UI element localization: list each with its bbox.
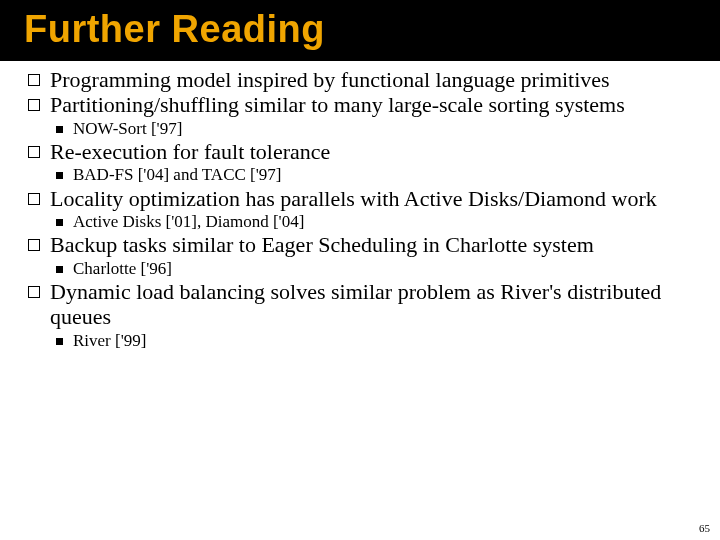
page-number: 65: [699, 522, 710, 534]
square-bullet-icon: [56, 219, 63, 226]
sub-item: Active Disks ['01], Diamond ['04]: [56, 212, 692, 232]
bullet-text: Re-execution for fault tolerance: [50, 139, 330, 164]
bullet-item: Partitioning/shuffling similar to many l…: [28, 92, 692, 117]
sub-item: BAD-FS ['04] and TACC ['97]: [56, 165, 692, 185]
bullet-text: Programming model inspired by functional…: [50, 67, 610, 92]
checkbox-icon: [28, 193, 40, 205]
square-bullet-icon: [56, 172, 63, 179]
sub-item: Charlotte ['96]: [56, 259, 692, 279]
bullet-text: Partitioning/shuffling similar to many l…: [50, 92, 625, 117]
slide-body: Programming model inspired by functional…: [0, 61, 720, 351]
square-bullet-icon: [56, 338, 63, 345]
sub-item: NOW-Sort ['97]: [56, 119, 692, 139]
bullet-item: Backup tasks similar to Eager Scheduling…: [28, 232, 692, 257]
slide: Further Reading Programming model inspir…: [0, 0, 720, 540]
square-bullet-icon: [56, 266, 63, 273]
square-bullet-icon: [56, 126, 63, 133]
checkbox-icon: [28, 74, 40, 86]
sub-text: River ['99]: [73, 331, 146, 351]
bullet-item: Programming model inspired by functional…: [28, 67, 692, 92]
sub-text: Charlotte ['96]: [73, 259, 172, 279]
bullet-item: Re-execution for fault tolerance: [28, 139, 692, 164]
checkbox-icon: [28, 286, 40, 298]
title-band: Further Reading: [0, 0, 720, 61]
bullet-text: Locality optimization has parallels with…: [50, 186, 657, 211]
slide-title: Further Reading: [24, 8, 720, 51]
sub-item: River ['99]: [56, 331, 692, 351]
sub-text: BAD-FS ['04] and TACC ['97]: [73, 165, 281, 185]
checkbox-icon: [28, 146, 40, 158]
sub-text: Active Disks ['01], Diamond ['04]: [73, 212, 304, 232]
bullet-text: Dynamic load balancing solves similar pr…: [50, 279, 692, 330]
checkbox-icon: [28, 239, 40, 251]
bullet-text: Backup tasks similar to Eager Scheduling…: [50, 232, 594, 257]
sub-text: NOW-Sort ['97]: [73, 119, 182, 139]
bullet-item: Locality optimization has parallels with…: [28, 186, 692, 211]
bullet-item: Dynamic load balancing solves similar pr…: [28, 279, 692, 330]
checkbox-icon: [28, 99, 40, 111]
